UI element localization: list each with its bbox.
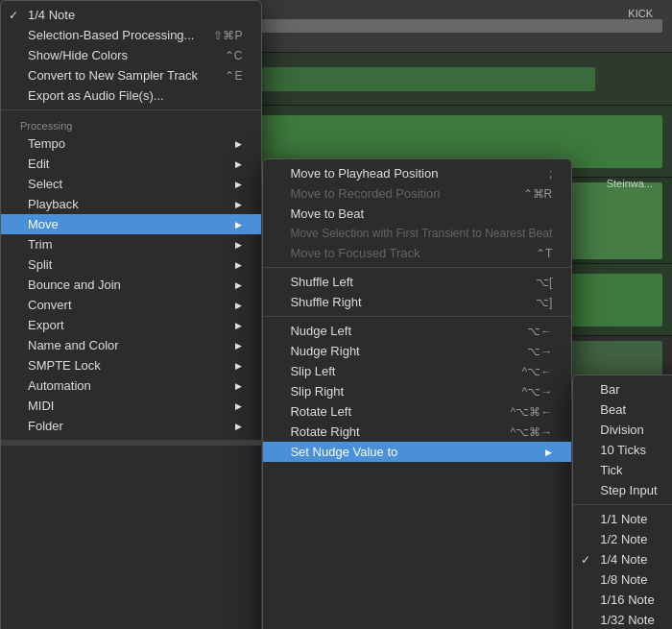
menu-item-label: Rotate Left (290, 404, 351, 419)
menu-item-label: Playback (28, 197, 79, 211)
menu-item-split[interactable]: Split (1, 254, 261, 275)
menu-item-label: SMPTE Lock (28, 358, 101, 373)
nudge-left[interactable]: Nudge Left ⌥← (263, 321, 571, 341)
menu-item-label: Tick (600, 463, 622, 477)
menu-item-label: Selection-Based Processing... (28, 28, 194, 42)
menu-item-label: Tempo (28, 136, 65, 151)
menu-item-label: Step Input (600, 483, 657, 497)
menu-item-label: 1/4 Note (600, 552, 647, 567)
nudge-bar[interactable]: Bar ⌥⌘M (573, 379, 672, 399)
menu-item-convert-sampler[interactable]: Convert to New Sampler Track ⌃E (1, 65, 261, 85)
menu-shortcut: ⌥[ (536, 276, 552, 289)
menu-item-label: Move to Playhead Position (290, 166, 438, 181)
menu-item-label: 1/8 Note (600, 572, 647, 587)
nudge-step-input[interactable]: Step Input (573, 480, 672, 500)
menu-item-bounce-join[interactable]: Bounce and Join (1, 275, 261, 295)
menu-item-label: Convert (28, 298, 72, 312)
menu-item-label: Move to Beat (290, 206, 364, 221)
nudge-right[interactable]: Nudge Right ⌥→ (263, 341, 571, 361)
nudge-1-1-note[interactable]: 1/1 Note (573, 509, 672, 529)
menu-item-playback[interactable]: Playback (1, 194, 261, 214)
menu-item-label: Select (28, 177, 62, 191)
move-playhead[interactable]: Move to Playhead Position ; (263, 163, 571, 183)
nudge-1-4-note[interactable]: 1/4 Note (573, 549, 672, 569)
menu-item-show-hide-colors[interactable]: Show/Hide Colors ⌃C (1, 45, 261, 65)
menu-shortcut: ⌥] (536, 296, 552, 309)
menu-shortcut: ⌥← (527, 325, 552, 338)
separator-1 (1, 109, 261, 110)
rotate-right[interactable]: Rotate Right ^⌥⌘→ (263, 422, 571, 442)
menu-item-label: Automation (28, 378, 91, 393)
menu-item-label: Export as Audio File(s)... (28, 88, 164, 103)
menu-item-label: Slip Left (290, 364, 335, 378)
rotate-left[interactable]: Rotate Left ^⌥⌘← (263, 401, 571, 422)
menu-shortcut: ^⌥⌘← (511, 405, 553, 419)
menu-item-label: Move to Recorded Position (290, 186, 440, 201)
menu-item-label: 1/2 Note (600, 532, 647, 546)
menu-item-export[interactable]: Export (1, 315, 261, 335)
menu-item-label: Show/Hide Colors (28, 48, 128, 62)
menu-item-trim[interactable]: Trim (1, 234, 261, 254)
menu-item-label: Folder (28, 419, 63, 433)
menu-item-label: Beat (600, 402, 626, 417)
menu-item-label: Convert to New Sampler Track (28, 68, 198, 83)
menu-item-label: Slip Right (290, 384, 344, 399)
menu-item-label: Move (28, 217, 59, 231)
nudge-1-16-note[interactable]: 1/16 Note (573, 590, 672, 610)
menu-shortcut: ^⌥⌘→ (511, 425, 553, 439)
menu-shortcut: ^⌥← (522, 365, 553, 378)
set-nudge-value[interactable]: Set Nudge Value to (263, 442, 571, 462)
menu-item-label: Export (28, 318, 64, 332)
nudge-10-ticks[interactable]: 10 Ticks (573, 440, 672, 460)
menu-item-convert[interactable]: Convert (1, 295, 261, 315)
menu-item-label: Set Nudge Value to (290, 445, 397, 459)
nudge-submenu: Bar ⌥⌘M Beat ⌥⌘B Division ⌥⌘D 10 Ticks T… (572, 375, 672, 629)
nudge-tick[interactable]: Tick ⌥⌘T (573, 460, 672, 480)
menu-shortcut: ; (549, 167, 552, 181)
slip-right[interactable]: Slip Right ^⌥→ (263, 381, 571, 401)
menu-item-label: Move to Focused Track (290, 246, 420, 260)
menu-item-tempo[interactable]: Tempo (1, 133, 261, 154)
menu-item-label: Split (28, 257, 52, 272)
menu-item-label: Bar (600, 382, 619, 397)
menu-item-midi[interactable]: MIDI (1, 396, 261, 416)
menu-shortcut: ⌥→ (527, 345, 552, 358)
nudge-sep-1 (573, 504, 672, 505)
menu-item-move[interactable]: Move (1, 214, 261, 234)
processing-header: Processing (1, 114, 261, 133)
menu-item-name-color[interactable]: Name and Color (1, 335, 261, 355)
shuffle-left[interactable]: Shuffle Left ⌥[ (263, 272, 571, 292)
menu-item-select[interactable]: Select (1, 174, 261, 194)
nudge-division[interactable]: Division ⌥⌘D (573, 420, 672, 440)
menu-item-selection-based[interactable]: Selection-Based Processing... ⇧⌘P (1, 25, 261, 45)
menu-item-quarter-note[interactable]: 1/4 Note (1, 5, 261, 25)
menu-item-export-audio[interactable]: Export as Audio File(s)... (1, 85, 261, 106)
move-beat[interactable]: Move to Beat (263, 204, 571, 224)
menu-shortcut: ⌃C (225, 49, 243, 62)
slip-left[interactable]: Slip Left ^⌥← (263, 361, 571, 381)
menu-item-label: 10 Ticks (600, 443, 646, 457)
menu-item-label: 1/16 Note (600, 593, 654, 607)
move-focused-track[interactable]: Move to Focused Track ⌃T (263, 243, 571, 263)
move-sep-2 (263, 316, 571, 317)
nudge-beat[interactable]: Beat ⌥⌘B (573, 399, 672, 420)
shuffle-right[interactable]: Shuffle Right ⌥] (263, 292, 571, 312)
menu-item-label: Nudge Left (290, 324, 351, 338)
move-recorded[interactable]: Move to Recorded Position ⌃⌘R (263, 183, 571, 204)
menu-item-smpte-lock[interactable]: SMPTE Lock (1, 355, 261, 375)
menu-item-folder[interactable]: Folder (1, 416, 261, 436)
nudge-1-8-note[interactable]: 1/8 Note (573, 569, 672, 590)
move-sep-1 (263, 267, 571, 268)
menu-shortcut: ⌃T (536, 247, 552, 260)
menu-shortcut: ⌃E (225, 69, 242, 83)
menu-item-label: Edit (28, 157, 49, 171)
menu-item-label: Rotate Right (290, 424, 359, 439)
nudge-1-32-note[interactable]: 1/32 Note (573, 610, 672, 629)
menu-item-label: 1/1 Note (600, 512, 647, 526)
nudge-1-2-note[interactable]: 1/2 Note (573, 529, 672, 549)
menu-item-edit[interactable]: Edit (1, 154, 261, 174)
menu-item-label: MIDI (28, 399, 54, 413)
move-selection-transient[interactable]: Move Selection with First Transient to N… (263, 224, 571, 243)
menu-item-automation[interactable]: Automation (1, 375, 261, 396)
menu-item-label: 1/4 Note (28, 8, 75, 22)
